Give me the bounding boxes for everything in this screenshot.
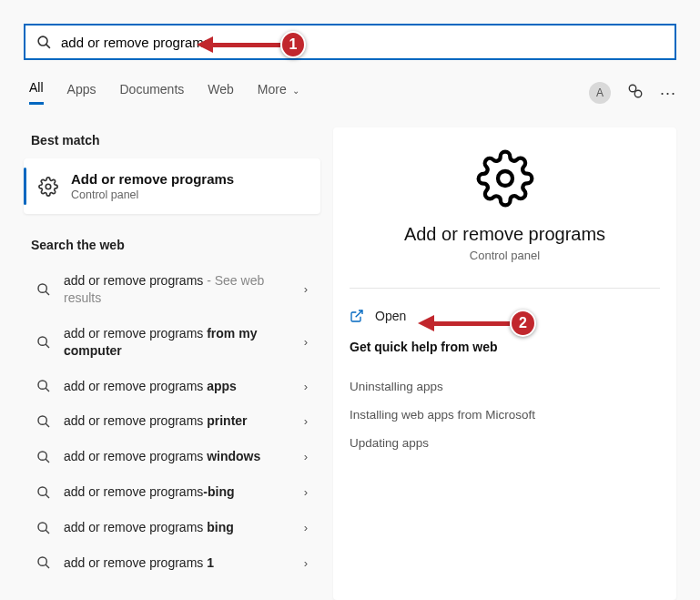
- chevron-right-icon: ›: [304, 335, 308, 349]
- search-icon: [36, 335, 51, 350]
- divider: [350, 288, 660, 289]
- chevron-right-icon: ›: [304, 485, 308, 499]
- tab-documents[interactable]: Documents: [119, 82, 184, 104]
- annotation-arrow-2: 2: [418, 310, 536, 337]
- svg-point-7: [38, 337, 46, 345]
- svg-point-5: [38, 284, 46, 292]
- help-link[interactable]: Uninstalling apps: [350, 372, 660, 401]
- svg-line-14: [46, 459, 49, 463]
- tab-all[interactable]: All: [29, 80, 44, 105]
- search-icon: [36, 450, 51, 464]
- search-icon: [36, 379, 51, 393]
- chevron-right-icon: ›: [304, 414, 308, 428]
- more-icon[interactable]: ···: [660, 84, 676, 103]
- detail-title: Add or remove programs: [404, 224, 605, 245]
- chevron-right-icon: ›: [304, 556, 308, 570]
- svg-point-17: [38, 523, 46, 531]
- svg-point-21: [498, 171, 512, 186]
- quick-help-header: Get quick help from web: [350, 340, 660, 372]
- web-result-text: add or remove programs apps: [64, 378, 291, 395]
- web-result-text: add or remove programs from my computer: [64, 325, 291, 360]
- annotation-arrow-1: 1: [197, 31, 306, 58]
- web-result-item[interactable]: add or remove programs from my computer›: [24, 316, 320, 369]
- filter-tabs: All Apps Documents Web More ⌄: [29, 80, 299, 105]
- web-result-text: add or remove programs-bing: [64, 483, 291, 501]
- search-icon: [36, 521, 51, 535]
- svg-line-8: [46, 344, 49, 348]
- open-label: Open: [375, 309, 406, 323]
- svg-point-4: [46, 184, 51, 189]
- svg-line-22: [356, 310, 362, 317]
- svg-line-12: [46, 423, 49, 427]
- web-result-item[interactable]: add or remove programs printer›: [24, 403, 320, 439]
- search-web-header: Search the web: [24, 232, 320, 263]
- chevron-right-icon: ›: [304, 380, 308, 393]
- svg-point-0: [38, 36, 47, 46]
- web-result-text: add or remove programs 1: [64, 554, 291, 572]
- svg-point-15: [38, 487, 46, 495]
- annotation-badge-2: 2: [510, 310, 536, 337]
- svg-point-19: [38, 557, 46, 565]
- web-result-item[interactable]: add or remove programs windows›: [24, 439, 320, 474]
- web-result-item[interactable]: add or remove programs apps›: [24, 369, 320, 404]
- svg-point-11: [38, 416, 46, 424]
- web-result-text: add or remove programs windows: [64, 448, 291, 465]
- detail-panel: Add or remove programs Control panel Ope…: [333, 127, 676, 600]
- open-external-icon: [350, 309, 364, 323]
- best-match-header: Best match: [24, 127, 320, 158]
- svg-point-13: [38, 452, 46, 460]
- svg-point-3: [634, 90, 642, 97]
- help-link[interactable]: Installing web apps from Microsoft: [350, 401, 660, 429]
- search-icon: [36, 414, 51, 429]
- chevron-right-icon: ›: [304, 450, 308, 463]
- svg-line-20: [46, 564, 49, 568]
- gear-icon: [38, 177, 58, 197]
- search-input[interactable]: [61, 35, 664, 50]
- web-result-item[interactable]: add or remove programs 1›: [24, 545, 320, 581]
- web-result-item[interactable]: add or remove programs bing›: [24, 510, 320, 545]
- search-icon: [36, 282, 51, 297]
- svg-line-10: [46, 388, 49, 392]
- help-link[interactable]: Updating apps: [350, 429, 660, 457]
- tab-apps[interactable]: Apps: [67, 82, 96, 104]
- search-icon: [36, 485, 51, 500]
- svg-point-2: [629, 85, 636, 92]
- tab-web[interactable]: Web: [208, 82, 234, 104]
- avatar[interactable]: A: [589, 82, 611, 104]
- web-result-text: add or remove programs - See web results: [64, 272, 291, 307]
- svg-line-16: [46, 494, 49, 498]
- tab-more[interactable]: More ⌄: [258, 82, 299, 104]
- top-right-icons: A ···: [589, 82, 676, 104]
- results-column: Best match Add or remove programs Contro…: [24, 127, 320, 600]
- chevron-down-icon: ⌄: [289, 86, 299, 96]
- web-result-text: add or remove programs printer: [64, 412, 291, 430]
- detail-subtitle: Control panel: [470, 249, 540, 262]
- annotation-badge-1: 1: [280, 31, 306, 58]
- svg-line-18: [46, 530, 49, 534]
- web-result-text: add or remove programs bing: [64, 519, 291, 536]
- svg-line-6: [46, 291, 49, 295]
- best-match-subtitle: Control panel: [71, 188, 234, 201]
- web-result-item[interactable]: add or remove programs - See web results…: [24, 263, 320, 316]
- best-match-title: Add or remove programs: [71, 171, 234, 187]
- web-results-list: add or remove programs - See web results…: [24, 263, 320, 581]
- chevron-right-icon: ›: [304, 282, 308, 296]
- chevron-right-icon: ›: [304, 521, 308, 534]
- web-result-item[interactable]: add or remove programs-bing›: [24, 474, 320, 510]
- best-match-item[interactable]: Add or remove programs Control panel: [24, 158, 320, 214]
- rewards-icon[interactable]: [627, 83, 644, 103]
- search-icon: [36, 555, 51, 570]
- svg-point-9: [38, 381, 46, 389]
- gear-icon: [476, 149, 534, 211]
- svg-line-1: [46, 44, 50, 47]
- search-icon: [36, 35, 52, 50]
- search-bar[interactable]: [24, 24, 676, 60]
